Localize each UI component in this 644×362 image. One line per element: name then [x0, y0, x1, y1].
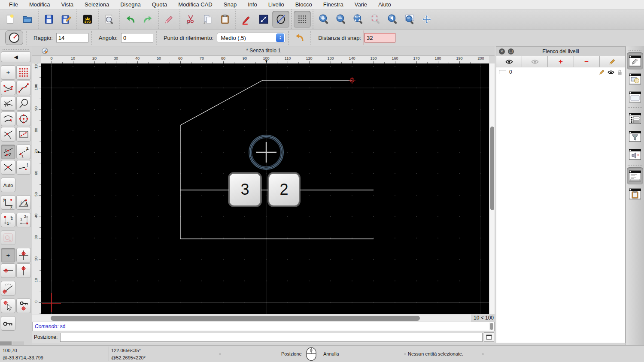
- dock-drag-handle[interactable]: [629, 47, 641, 51]
- dock-entity-list-button[interactable]: [627, 110, 643, 127]
- restrict-lock-button[interactable]: [1, 230, 15, 245]
- dock-clipboard-button[interactable]: [627, 185, 643, 202]
- menu-quota[interactable]: Quota: [146, 0, 173, 9]
- menu-blocco[interactable]: Blocco: [290, 0, 318, 9]
- save-as-button[interactable]: [58, 11, 75, 28]
- menu-modifica-cad[interactable]: Modifica CAD: [173, 0, 218, 9]
- line-tool-button[interactable]: [255, 11, 272, 28]
- zoom-selection-button[interactable]: [367, 11, 384, 28]
- snap-tangent-line-button[interactable]: [1, 127, 15, 142]
- menu-varie[interactable]: Varie: [349, 0, 373, 9]
- canvas-horizontal-scrollbar[interactable]: [32, 314, 471, 322]
- posizione-input[interactable]: [60, 333, 483, 342]
- angolo-input[interactable]: [121, 33, 153, 42]
- dock-command-line-button[interactable]: [627, 167, 643, 184]
- cut-button[interactable]: [182, 11, 199, 28]
- snap-endpoints-button[interactable]: [1, 81, 15, 95]
- eye-icon[interactable]: [608, 70, 614, 75]
- ortho-cartesian-button[interactable]: 12: [1, 213, 15, 227]
- ellipse-tool-button[interactable]: [272, 11, 289, 28]
- coord-cartesian-button[interactable]: yx: [1, 195, 15, 210]
- set-relative-zero-button[interactable]: [1, 299, 15, 313]
- grid-snap-button[interactable]: [294, 11, 311, 28]
- show-all-layers-button[interactable]: [496, 56, 522, 67]
- raggio-input[interactable]: [56, 33, 88, 42]
- dock-filter-button[interactable]: [627, 128, 643, 145]
- drawing-canvas[interactable]: 3 2: [41, 63, 489, 314]
- lock-layer-button[interactable]: [1, 316, 15, 331]
- angle-gauge-button[interactable]: [1, 281, 15, 296]
- lock-relative-zero-button[interactable]: [16, 299, 31, 313]
- open-file-button[interactable]: [19, 11, 36, 28]
- remove-layer-button[interactable]: −: [574, 56, 600, 67]
- snap-grid-button[interactable]: [16, 65, 31, 80]
- pencil-icon[interactable]: [599, 69, 605, 75]
- dock-library-browser-button[interactable]: [627, 88, 643, 106]
- restrict-orthogonal-button[interactable]: [16, 248, 31, 262]
- menu-finestra[interactable]: Finestra: [318, 0, 349, 9]
- copy-button[interactable]: [199, 11, 216, 28]
- snap-intersection-manual-button[interactable]: !: [16, 160, 31, 175]
- coord-polar-button[interactable]: ra: [16, 195, 31, 210]
- snap-reference-button[interactable]: [16, 127, 31, 142]
- dock-layer-list-button[interactable]: [627, 52, 643, 69]
- redo-button[interactable]: [139, 11, 156, 28]
- snap-middle-button[interactable]: [1, 145, 15, 159]
- dock-announce-button[interactable]: [627, 146, 643, 163]
- menu-snap[interactable]: Snap: [218, 0, 242, 9]
- snap-auto-button[interactable]: Auto: [1, 178, 15, 192]
- eraser-button[interactable]: [161, 11, 178, 28]
- command-history[interactable]: Comando: sd: [32, 322, 495, 331]
- export-svg-button[interactable]: SVG: [79, 11, 96, 28]
- new-file-button[interactable]: [2, 11, 19, 28]
- edit-layer-button[interactable]: [600, 56, 625, 67]
- snap-free-button[interactable]: +: [1, 65, 15, 80]
- pen-edit-button[interactable]: [238, 11, 255, 28]
- canvas-vertical-scrollbar[interactable]: [489, 63, 495, 314]
- print-preview-button[interactable]: [100, 11, 118, 28]
- undo-button[interactable]: [122, 11, 139, 28]
- menu-livello[interactable]: Livello: [263, 0, 290, 9]
- zoom-auto-button[interactable]: [349, 11, 367, 28]
- zoom-window-button[interactable]: [401, 11, 418, 28]
- toolbar-drag-handle[interactable]: [3, 46, 29, 50]
- lock-icon[interactable]: [617, 69, 623, 75]
- add-layer-button[interactable]: +: [548, 56, 574, 67]
- paste-button[interactable]: [216, 11, 234, 28]
- menu-aiuto[interactable]: Aiuto: [373, 0, 397, 9]
- menu-vista[interactable]: Vista: [55, 0, 79, 9]
- snap-tangent-button[interactable]: [16, 96, 31, 111]
- punto-riferimento-dropdown[interactable]: Medio (,5) ▲▼: [217, 33, 286, 43]
- menu-modifica[interactable]: Modifica: [24, 0, 55, 9]
- scrollbar-thumb[interactable]: [490, 127, 494, 210]
- restore-defaults-button[interactable]: [292, 32, 308, 43]
- snap-perpendicular-button[interactable]: [1, 96, 15, 111]
- menu-seleziona[interactable]: Seleziona: [79, 0, 115, 9]
- dock-block-list-button[interactable]: [627, 70, 643, 87]
- snap-distance-button[interactable]: 12: [16, 145, 31, 159]
- pan-button[interactable]: [418, 11, 435, 28]
- snap-on-entity-button[interactable]: [16, 81, 31, 95]
- save-button[interactable]: [40, 11, 58, 28]
- scrollbar-thumb[interactable]: [490, 323, 493, 330]
- zoom-out-button[interactable]: [332, 11, 349, 28]
- zoom-in-button[interactable]: [315, 11, 332, 28]
- restrict-nothing-button[interactable]: +: [1, 248, 15, 262]
- menu-file[interactable]: File: [3, 0, 24, 9]
- ortho-polar-button[interactable]: 12: [16, 213, 31, 227]
- snap-nearest-button[interactable]: [1, 112, 15, 126]
- snap-intersection-button[interactable]: [1, 160, 15, 175]
- restrict-horizontal-button[interactable]: [1, 263, 15, 278]
- command-window-toggle-button[interactable]: [484, 332, 494, 342]
- command-scrollbar[interactable]: [489, 323, 494, 330]
- restrict-vertical-button[interactable]: [16, 263, 31, 278]
- menu-info[interactable]: Info: [242, 0, 263, 9]
- zoom-previous-button[interactable]: [384, 11, 401, 28]
- layer-row[interactable]: 0: [496, 67, 625, 77]
- float-panel-icon[interactable]: ❐: [508, 48, 514, 54]
- scrollbar-thumb[interactable]: [51, 316, 420, 321]
- snap-center-button[interactable]: [16, 112, 31, 126]
- circle-tool-indicator[interactable]: [5, 30, 23, 45]
- distanza-snap-input[interactable]: [365, 33, 395, 42]
- document-titlebar[interactable]: * Senza titolo 1: [32, 46, 495, 56]
